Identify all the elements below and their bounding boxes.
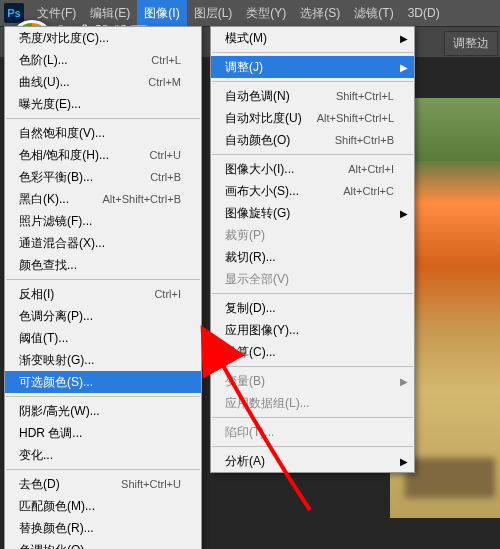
menu-item: 显示全部(V) [211, 268, 414, 290]
menu-item-label: 自然饱和度(V)... [19, 125, 181, 142]
menu-item-label: 可选颜色(S)... [19, 374, 181, 391]
menu-item-label: 阴影/高光(W)... [19, 403, 181, 420]
menu-item-label: 模式(M) [225, 30, 394, 47]
menu-item[interactable]: 曲线(U)...Ctrl+M [5, 71, 201, 93]
menu-item[interactable]: 颜色查找... [5, 254, 201, 276]
menu-item-label: 图像大小(I)... [225, 161, 348, 178]
submenu-arrow-icon: ▶ [400, 376, 408, 387]
menu-item-label: 色调均化(Q) [19, 542, 181, 550]
menu-separator [6, 396, 200, 397]
menu-item[interactable]: 匹配颜色(M)... [5, 495, 201, 517]
menu-item-label: 匹配颜色(M)... [19, 498, 181, 515]
menu-item-label: 变量(B) [225, 373, 394, 390]
menu-item-label: 亮度/对比度(C)... [19, 30, 181, 47]
menu-item[interactable]: 复制(D)... [211, 297, 414, 319]
menu-separator [212, 293, 413, 294]
menu-item[interactable]: 可选颜色(S)... [5, 371, 201, 393]
menu-filter[interactable]: 滤镜(T) [347, 0, 400, 26]
menu-item: 裁剪(P) [211, 224, 414, 246]
menu-item[interactable]: 照片滤镜(F)... [5, 210, 201, 232]
menu-item-label: 反相(I) [19, 286, 154, 303]
menu-item[interactable]: 黑白(K)...Alt+Shift+Ctrl+B [5, 188, 201, 210]
menu-item[interactable]: 分析(A)▶ [211, 450, 414, 472]
menu-item[interactable]: 裁切(R)... [211, 246, 414, 268]
menu-item[interactable]: 色彩平衡(B)...Ctrl+B [5, 166, 201, 188]
menu-item[interactable]: 阴影/高光(W)... [5, 400, 201, 422]
menu-item-label: 变化... [19, 447, 181, 464]
menu-item[interactable]: 图像大小(I)...Alt+Ctrl+I [211, 158, 414, 180]
menu-item: 陷印(T)... [211, 421, 414, 443]
menu-item[interactable]: 阈值(T)... [5, 327, 201, 349]
menu-item[interactable]: 色调分离(P)... [5, 305, 201, 327]
menu-item-label: 裁切(R)... [225, 249, 394, 266]
menu-item[interactable]: 图像旋转(G)▶ [211, 202, 414, 224]
menu-item[interactable]: 自动色调(N)Shift+Ctrl+L [211, 85, 414, 107]
menu-item-label: 去色(D) [19, 476, 121, 493]
menu-shortcut: Ctrl+U [150, 149, 181, 161]
menu-shortcut: Alt+Shift+Ctrl+B [102, 193, 181, 205]
menu-item: 应用数据组(L)... [211, 392, 414, 414]
menu-item-label: 通道混合器(X)... [19, 235, 181, 252]
menu-item-label: 渐变映射(G)... [19, 352, 181, 369]
menu-item[interactable]: 色相/饱和度(H)...Ctrl+U [5, 144, 201, 166]
menu-separator [6, 469, 200, 470]
menu-item[interactable]: 应用图像(Y)... [211, 319, 414, 341]
menu-select[interactable]: 选择(S) [293, 0, 347, 26]
menu-separator [212, 52, 413, 53]
menu-item[interactable]: 反相(I)Ctrl+I [5, 283, 201, 305]
menu-type[interactable]: 类型(Y) [239, 0, 293, 26]
menu-item[interactable]: 色阶(L)...Ctrl+L [5, 49, 201, 71]
menu-separator [212, 81, 413, 82]
menu-item-label: 自动色调(N) [225, 88, 336, 105]
menu-separator [6, 118, 200, 119]
menu-item[interactable]: 曝光度(E)... [5, 93, 201, 115]
menu-item-label: 自动对比度(U) [225, 110, 317, 127]
image-menu-dropdown: 模式(M)▶调整(J)▶自动色调(N)Shift+Ctrl+L自动对比度(U)A… [210, 26, 415, 473]
menu-item[interactable]: 亮度/对比度(C)... [5, 27, 201, 49]
menu-item-label: 应用数据组(L)... [225, 395, 394, 412]
submenu-arrow-icon: ▶ [400, 208, 408, 219]
adjustments-submenu: 亮度/对比度(C)...色阶(L)...Ctrl+L曲线(U)...Ctrl+M… [4, 26, 202, 549]
adjust-edge-button[interactable]: 调整边 [444, 31, 498, 56]
menu-item[interactable]: 调整(J)▶ [211, 56, 414, 78]
menu-item[interactable]: 模式(M)▶ [211, 27, 414, 49]
menu-layer[interactable]: 图层(L) [187, 0, 240, 26]
menu-shortcut: Shift+Ctrl+L [336, 90, 394, 102]
menu-shortcut: Ctrl+B [150, 171, 181, 183]
menu-item[interactable]: HDR 色调... [5, 422, 201, 444]
menu-3d[interactable]: 3D(D) [401, 0, 447, 26]
menu-item-label: 复制(D)... [225, 300, 394, 317]
menu-shortcut: Shift+Ctrl+U [121, 478, 181, 490]
menu-shortcut: Alt+Ctrl+C [343, 185, 394, 197]
menu-item[interactable]: 去色(D)Shift+Ctrl+U [5, 473, 201, 495]
menu-item-label: 照片滤镜(F)... [19, 213, 181, 230]
menu-item[interactable]: 色调均化(Q) [5, 539, 201, 549]
menu-item-label: 颜色查找... [19, 257, 181, 274]
menu-shortcut: Ctrl+M [148, 76, 181, 88]
menu-item-label: 分析(A) [225, 453, 394, 470]
menu-item[interactable]: 通道混合器(X)... [5, 232, 201, 254]
menu-item-label: 画布大小(S)... [225, 183, 343, 200]
menu-item-label: 色彩平衡(B)... [19, 169, 150, 186]
menu-item[interactable]: 自动颜色(O)Shift+Ctrl+B [211, 129, 414, 151]
menu-item[interactable]: 计算(C)... [211, 341, 414, 363]
menu-item-label: 裁剪(P) [225, 227, 394, 244]
menu-item-label: 曝光度(E)... [19, 96, 181, 113]
submenu-arrow-icon: ▶ [400, 456, 408, 467]
menu-item[interactable]: 渐变映射(G)... [5, 349, 201, 371]
menu-item[interactable]: 变化... [5, 444, 201, 466]
menu-shortcut: Ctrl+I [154, 288, 181, 300]
menu-item[interactable]: 画布大小(S)...Alt+Ctrl+C [211, 180, 414, 202]
menu-item[interactable]: 自然饱和度(V)... [5, 122, 201, 144]
menu-item-label: 色阶(L)... [19, 52, 151, 69]
menu-item-label: 黑白(K)... [19, 191, 102, 208]
menu-item-label: 图像旋转(G) [225, 205, 394, 222]
menu-separator [212, 366, 413, 367]
menu-shortcut: Shift+Ctrl+B [335, 134, 394, 146]
menu-shortcut: Ctrl+L [151, 54, 181, 66]
menu-item[interactable]: 自动对比度(U)Alt+Shift+Ctrl+L [211, 107, 414, 129]
menu-item[interactable]: 替换颜色(R)... [5, 517, 201, 539]
submenu-arrow-icon: ▶ [400, 33, 408, 44]
menu-separator [6, 279, 200, 280]
menu-separator [212, 446, 413, 447]
